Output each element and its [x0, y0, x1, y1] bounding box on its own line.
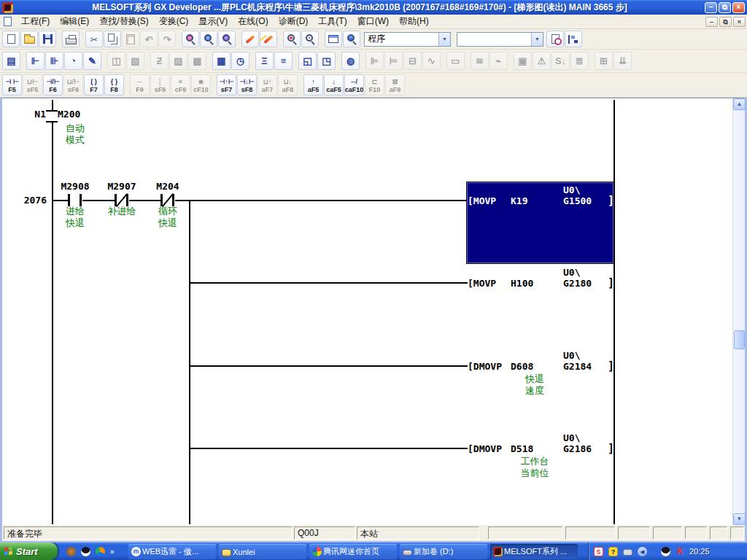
project-browse-button[interactable]: ◍: [341, 52, 360, 70]
device-timer-setting-button[interactable]: ◷: [231, 52, 249, 70]
zoom-out-button[interactable]: [301, 31, 319, 47]
coolpad-shortcut[interactable]: [66, 547, 76, 556]
open-contact-branch-button[interactable]: ⊔⊢sF5: [23, 74, 42, 96]
start-button[interactable]: Start: [0, 542, 58, 560]
program-monitor-list-button[interactable]: ▣: [514, 52, 532, 70]
pulse-down-button[interactable]: ↓caF5: [324, 74, 344, 96]
qq-shortcut[interactable]: [81, 547, 90, 556]
contact-nc-M204[interactable]: [160, 194, 175, 206]
taskbar-task-2[interactable]: 腾讯网迷你首页: [309, 544, 397, 559]
contact-nc-M2907[interactable]: [115, 194, 129, 206]
remote-operation-button[interactable]: ⌁: [489, 52, 508, 70]
read-from-plc-button[interactable]: [260, 31, 277, 47]
menu-item-6[interactable]: 诊断(D): [274, 14, 314, 29]
open-contact-button[interactable]: ⊣ ⊢F5: [2, 74, 22, 96]
note-edit-button[interactable]: ≡: [274, 52, 293, 70]
find-in-project-button[interactable]: ◔: [64, 52, 82, 70]
ladder-list-view-button[interactable]: [546, 31, 564, 47]
monitor-condition-button[interactable]: ∿: [422, 52, 441, 70]
project-find-button[interactable]: [343, 31, 360, 47]
sort-download-button[interactable]: ⇊: [614, 52, 632, 70]
comment-display-button[interactable]: ◫: [107, 52, 125, 70]
monitor-error-jump-button[interactable]: ⚠: [533, 52, 551, 70]
minimize-button[interactable]: –: [705, 2, 717, 13]
closed-contact-branch-button[interactable]: ⊔/⊢sF6: [63, 74, 83, 96]
media-player-shortcut[interactable]: [96, 547, 105, 556]
falling-pulse-branch-button[interactable]: ⊔↓aF8: [278, 74, 298, 96]
help-tray-icon[interactable]: ?: [608, 547, 618, 556]
taskbar-task-4[interactable]: MELSOFT系列 ...: [490, 544, 578, 559]
taskbar-task-1[interactable]: Xunlei: [219, 544, 306, 559]
rising-pulse-branch-button[interactable]: ⊔↑aF7: [258, 74, 277, 96]
save-project-button[interactable]: [39, 31, 56, 47]
find-device-combo[interactable]: ▼: [457, 32, 543, 47]
find-instruction-button[interactable]: [200, 31, 217, 47]
child-minimize-button[interactable]: –: [705, 17, 718, 27]
new-project-button[interactable]: [2, 31, 20, 47]
write-to-plc-button[interactable]: [241, 31, 259, 47]
menu-item-5[interactable]: 在线(O): [233, 14, 273, 29]
device-test-button[interactable]: ▭: [446, 52, 465, 70]
child-close-button[interactable]: ×: [733, 17, 746, 27]
contact-no-M2908[interactable]: [68, 194, 82, 206]
undo-button[interactable]: [140, 31, 158, 47]
pulse-up-button[interactable]: ↑aF5: [303, 74, 323, 96]
chevron-down-icon[interactable]: ▼: [531, 33, 543, 46]
ladder-symbol-tree-button[interactable]: ⊩: [26, 52, 44, 70]
window-arrange-button[interactable]: [325, 31, 342, 47]
zoom-in-button[interactable]: [283, 31, 301, 47]
selected-cell-highlight[interactable]: [466, 182, 614, 264]
scrollbar-thumb[interactable]: [734, 330, 745, 349]
scroll-up-button[interactable]: ▲: [733, 98, 746, 110]
quick-launch-overflow-chevron[interactable]: »: [110, 548, 115, 556]
close-button[interactable]: ×: [732, 2, 745, 13]
line-input-button[interactable]: ⊏F10: [365, 74, 384, 96]
falling-pulse-contact-button[interactable]: ⊣↓⊢sF8: [237, 74, 257, 96]
paste-button[interactable]: [122, 31, 139, 47]
window-jump-button[interactable]: ◳: [317, 52, 336, 70]
qq-tray-icon[interactable]: [661, 547, 670, 556]
statement-edit-button[interactable]: Ξ: [255, 52, 274, 70]
device-comment-tree-button[interactable]: ⊪: [45, 52, 63, 70]
find-device-button[interactable]: [182, 31, 199, 47]
print-button[interactable]: [62, 31, 80, 47]
child-window-icon[interactable]: [4, 17, 12, 26]
coil-button[interactable]: ( )F7: [84, 74, 104, 96]
project-data-list-button[interactable]: ▤: [2, 52, 20, 70]
open-project-button[interactable]: [20, 31, 38, 47]
scroll-down-button[interactable]: ▼: [733, 513, 746, 525]
invert-operation-button[interactable]: ─/caF10: [344, 74, 364, 96]
ladder-canvas[interactable]: N1M200自动 模式2076M2908进给 快退M2907补进给M204循环 …: [2, 98, 732, 525]
delete-line-button[interactable]: ⊠aF9: [385, 74, 405, 96]
menu-item-1[interactable]: 编辑(E): [55, 14, 94, 29]
collapse-tray-arrow[interactable]: ◀: [638, 547, 647, 556]
taskbar-clock[interactable]: 20:25: [689, 547, 710, 556]
taskbar-task-3[interactable]: 新加卷 (D:): [400, 544, 487, 559]
menu-item-0[interactable]: 工程(F): [16, 14, 55, 29]
statement-display-button[interactable]: ▧: [126, 52, 144, 70]
delete-vertical-line-button[interactable]: ⋇cF10: [191, 74, 211, 96]
menu-item-3[interactable]: 变换(C): [154, 14, 194, 29]
program-list-button[interactable]: ≣: [570, 52, 589, 70]
redo-button[interactable]: [158, 31, 176, 47]
scan-time-s1s9-button[interactable]: S↓: [551, 52, 570, 70]
ladder-monitor-button[interactable]: ⊫: [365, 52, 384, 70]
menu-item-9[interactable]: 帮助(H): [394, 14, 434, 29]
horizontal-line-button[interactable]: ─F9: [130, 74, 150, 96]
menu-item-7[interactable]: 工具(T): [313, 14, 352, 29]
child-restore-button[interactable]: ⧉: [719, 17, 732, 27]
application-instruction-button[interactable]: { }F8: [104, 74, 124, 96]
buffer-memory-monitor-button[interactable]: ⊟: [403, 52, 422, 70]
sogou-tray-icon[interactable]: S: [594, 547, 603, 556]
taskbar-task-0[interactable]: mWEB迅雷 - 傲...: [128, 544, 216, 559]
menu-item-2[interactable]: 查找/替换(S): [94, 14, 153, 29]
device-display-button[interactable]: ▨: [169, 52, 187, 70]
printer-tray-icon[interactable]: [623, 549, 632, 556]
rising-pulse-contact-button[interactable]: ⊣↑⊢sF7: [217, 74, 236, 96]
program-type-combo[interactable]: 程序 ▼: [364, 32, 451, 47]
closed-contact-button[interactable]: ⊣/⊢F6: [43, 74, 63, 96]
restore-button[interactable]: ⧉: [719, 2, 731, 13]
delete-horizontal-line-button[interactable]: ×cF9: [171, 74, 190, 96]
vertical-line-button[interactable]: │sF9: [150, 74, 170, 96]
device-memory-edit-button[interactable]: ▦: [212, 52, 231, 70]
